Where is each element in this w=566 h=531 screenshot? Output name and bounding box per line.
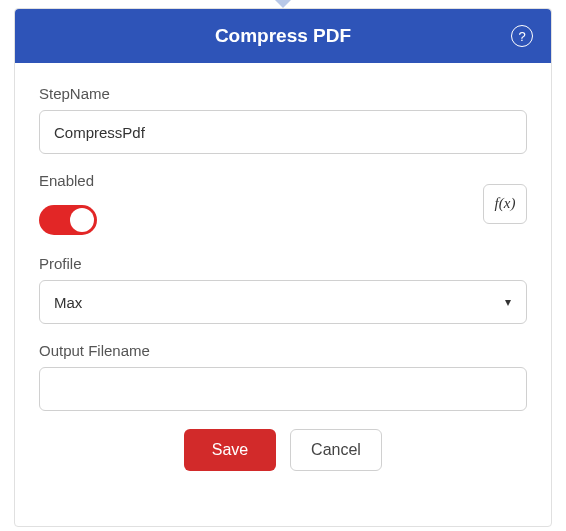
enabled-row: Enabled f(x)	[39, 172, 527, 235]
fx-icon: f(x)	[495, 195, 516, 212]
profile-field: Profile Max ▾	[39, 255, 527, 324]
toggle-knob	[70, 208, 94, 232]
profile-select[interactable]: Max	[39, 280, 527, 324]
stepname-field: StepName	[39, 85, 527, 154]
save-button[interactable]: Save	[184, 429, 276, 471]
panel-title: Compress PDF	[215, 25, 351, 47]
enabled-label: Enabled	[39, 172, 97, 189]
stepname-label: StepName	[39, 85, 527, 102]
enabled-toggle[interactable]	[39, 205, 97, 235]
output-filename-input[interactable]	[39, 367, 527, 411]
panel-body: StepName Enabled f(x) Profile Max ▾	[15, 63, 551, 489]
stepname-input[interactable]	[39, 110, 527, 154]
panel-header: Compress PDF ?	[15, 9, 551, 63]
help-icon[interactable]: ?	[511, 25, 533, 47]
output-filename-label: Output Filename	[39, 342, 527, 359]
cancel-button[interactable]: Cancel	[290, 429, 382, 471]
profile-select-wrap: Max ▾	[39, 280, 527, 324]
enabled-left: Enabled	[39, 172, 97, 235]
profile-label: Profile	[39, 255, 527, 272]
flow-arrow-icon	[273, 0, 293, 8]
button-row: Save Cancel	[39, 429, 527, 471]
compress-pdf-panel: Compress PDF ? StepName Enabled f(x) Pro…	[14, 8, 552, 527]
fx-button[interactable]: f(x)	[483, 184, 527, 224]
output-filename-field: Output Filename	[39, 342, 527, 411]
